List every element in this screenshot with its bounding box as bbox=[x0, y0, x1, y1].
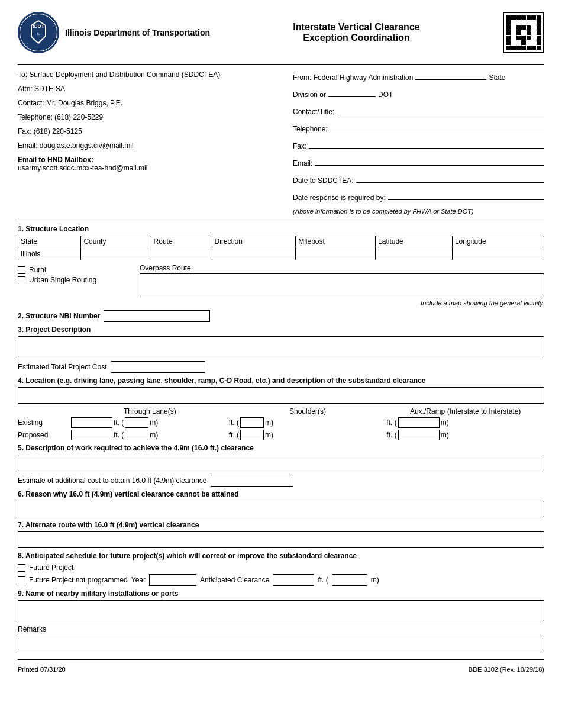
rural-label: Rural bbox=[29, 266, 46, 274]
estimate-additional-label: Estimate of additional cost to obtain 16… bbox=[18, 476, 207, 485]
future-not-programmed-row: Future Project not programmed Year Antic… bbox=[18, 574, 544, 586]
from-telephone-underline[interactable] bbox=[330, 122, 544, 131]
routing-checkboxes: Rural Urban Single Routing bbox=[18, 264, 136, 286]
existing-aux-ft-input[interactable] bbox=[398, 417, 440, 428]
left-column: To: Surface Deployment and Distribution … bbox=[18, 70, 275, 215]
remarks-label: Remarks bbox=[18, 625, 544, 633]
date-response-row: Date response is required by: bbox=[293, 191, 544, 202]
cell-county[interactable] bbox=[81, 247, 151, 260]
rural-checkbox[interactable] bbox=[18, 266, 25, 274]
location-table: State County Route Direction Milepost La… bbox=[18, 236, 544, 260]
estimate-additional-row: Estimate of additional cost to obtain 16… bbox=[18, 475, 544, 487]
section-5: 5. Description of work required to achie… bbox=[18, 444, 544, 487]
cell-route[interactable] bbox=[151, 247, 212, 260]
right-column: From: Federal Highway Administration Sta… bbox=[287, 70, 544, 215]
from-email-underline[interactable] bbox=[315, 156, 544, 166]
urban-checkbox[interactable] bbox=[18, 276, 25, 284]
above-info-note: (Above information is to be completed by… bbox=[293, 208, 544, 215]
nbi-number-input[interactable] bbox=[104, 310, 210, 322]
urban-label: Urban Single Routing bbox=[29, 276, 96, 284]
col-state: State bbox=[18, 236, 81, 247]
anticipated-clearance-input[interactable] bbox=[273, 574, 314, 586]
email-line: Email: douglas.e.briggs.civ@mail.mil bbox=[18, 141, 275, 150]
overpass-label: Overpass Route bbox=[140, 264, 544, 272]
anticipated-m-input[interactable] bbox=[332, 574, 367, 586]
estimated-cost-input[interactable] bbox=[111, 361, 205, 373]
year-input[interactable] bbox=[149, 574, 196, 586]
cell-milepost[interactable] bbox=[296, 247, 376, 260]
col-longitude: Longitude bbox=[452, 236, 544, 247]
division-row: Division or DOT bbox=[293, 88, 544, 99]
m-label-5: m) bbox=[265, 431, 273, 439]
proposed-aux: ft. ( m) bbox=[386, 430, 544, 440]
from-fhwa-row: From: Federal Highway Administration Sta… bbox=[293, 70, 544, 82]
project-description-input[interactable] bbox=[18, 336, 544, 357]
section-9-input[interactable] bbox=[18, 600, 544, 621]
future-not-programmed-checkbox[interactable] bbox=[18, 576, 25, 584]
clearance-headers: Through Lane(s) Shoulder(s) Aux./Ramp (I… bbox=[18, 407, 544, 415]
overpass-input[interactable] bbox=[140, 273, 544, 297]
from-email-label: Email: bbox=[293, 159, 312, 167]
anticipated-ft-label: ft. ( bbox=[318, 576, 328, 584]
email-hnd-bold: Email to HND Mailbox: bbox=[18, 156, 275, 164]
from-fax-underline[interactable] bbox=[309, 139, 544, 149]
section-5-input[interactable] bbox=[18, 455, 544, 471]
proposed-shoulder-ft-input[interactable] bbox=[240, 430, 264, 440]
cell-longitude[interactable] bbox=[452, 247, 544, 260]
date-response-underline[interactable] bbox=[388, 191, 544, 200]
future-project-checkbox[interactable] bbox=[18, 564, 25, 572]
qr-code bbox=[503, 12, 544, 53]
existing-through-m-input[interactable] bbox=[125, 417, 148, 428]
existing-aux: ft. ( m) bbox=[386, 417, 544, 428]
cell-latitude[interactable] bbox=[376, 247, 453, 260]
email-hnd-section: Email to HND Mailbox: usarmy.scott.sddc.… bbox=[18, 156, 275, 172]
through-lanes-header: Through Lane(s) bbox=[71, 407, 229, 415]
section-9-title: 9. Name of nearby military installations… bbox=[18, 590, 544, 598]
date-sddctea-row: Date to SDDCTEA: bbox=[293, 173, 544, 185]
year-label: Year bbox=[131, 576, 146, 584]
section-1: 1. Structure Location State County Route… bbox=[18, 225, 544, 307]
date-sddctea-underline[interactable] bbox=[356, 173, 544, 183]
div-underline[interactable] bbox=[328, 88, 376, 97]
logo-circle: IDOT IL bbox=[18, 12, 59, 53]
remarks-section: Remarks bbox=[18, 625, 544, 652]
date-response-label: Date response is required by: bbox=[293, 194, 386, 202]
ft-label-6: ft. ( bbox=[386, 431, 396, 439]
page-title: Interstate Vertical Clearance Exception … bbox=[210, 22, 503, 43]
existing-row: Existing ft. ( m) ft. ( m) ft. ( m) bbox=[18, 417, 544, 428]
section-8-title: 8. Anticipated schedule for future proje… bbox=[18, 552, 544, 560]
from-telephone-label: Telephone: bbox=[293, 125, 328, 133]
printed-date: Printed 07/31/20 bbox=[18, 666, 66, 673]
state-label: State bbox=[489, 73, 505, 82]
future-not-programmed-label: Future Project not programmed bbox=[29, 576, 128, 584]
m-label-2: m) bbox=[265, 418, 273, 427]
proposed-label: Proposed bbox=[18, 431, 71, 439]
existing-through-ft-input[interactable] bbox=[71, 417, 112, 428]
section-7-input[interactable] bbox=[18, 531, 544, 548]
existing-label: Existing bbox=[18, 418, 71, 427]
rural-checkbox-row: Rural bbox=[18, 266, 136, 274]
proposed-through-m-input[interactable] bbox=[125, 430, 148, 440]
org-name-text: Illinois Department of Transportation bbox=[65, 27, 210, 38]
section-2-title: 2. Structure NBI Number bbox=[18, 312, 100, 320]
ft-label-1: ft. ( bbox=[114, 418, 124, 427]
remarks-input[interactable] bbox=[18, 636, 544, 652]
cell-state[interactable]: Illinois bbox=[18, 247, 81, 260]
section-7-title: 7. Alternate route with 16.0 ft (4.9m) v… bbox=[18, 521, 544, 529]
from-underline[interactable] bbox=[415, 70, 486, 80]
section-6-title: 6. Reason why 16.0 ft (4.9m) vertical cl… bbox=[18, 490, 544, 498]
section-4-input[interactable] bbox=[18, 387, 544, 404]
estimate-additional-input[interactable] bbox=[211, 475, 293, 487]
ft-label-2: ft. ( bbox=[229, 418, 239, 427]
existing-shoulder-ft-input[interactable] bbox=[240, 417, 264, 428]
telephone-line: Telephone: (618) 220-5229 bbox=[18, 113, 275, 121]
cell-direction[interactable] bbox=[212, 247, 296, 260]
to-line: To: Surface Deployment and Distribution … bbox=[18, 70, 275, 79]
section-6-input[interactable] bbox=[18, 501, 544, 517]
proposed-through-ft-input[interactable] bbox=[71, 430, 112, 440]
ft-label-5: ft. ( bbox=[229, 431, 239, 439]
section-3: 3. Project Description Estimated Total P… bbox=[18, 326, 544, 373]
contact-title-underline[interactable] bbox=[337, 105, 544, 114]
email-hnd-addr: usarmy.scott.sddc.mbx-tea-hnd@mail.mil bbox=[18, 164, 275, 172]
proposed-aux-ft-input[interactable] bbox=[398, 430, 440, 440]
